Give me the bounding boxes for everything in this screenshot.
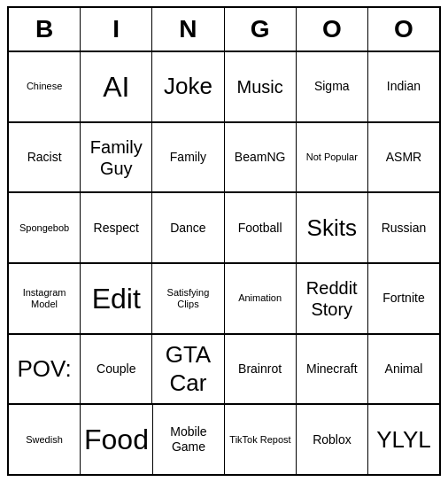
bingo-cell-3-0: Instagram Model — [9, 264, 81, 333]
bingo-cell-1-5: ASMR — [368, 123, 439, 192]
bingo-grid: ChineseAIJokeMusicSigmaIndianRacistFamil… — [9, 51, 439, 474]
header-letter-O: O — [297, 8, 368, 51]
bingo-row-3: Instagram ModelEditSatisfying ClipsAnima… — [9, 262, 439, 333]
bingo-cell-0-0: Chinese — [9, 52, 81, 121]
bingo-cell-3-1: Edit — [81, 264, 152, 333]
bingo-cell-4-1: Couple — [81, 335, 152, 404]
bingo-row-5: SwedishFoodMobile GameTikTok RepostRoblo… — [9, 403, 439, 474]
bingo-cell-4-4: Minecraft — [297, 335, 368, 404]
bingo-cell-2-0: Spongebob — [9, 193, 81, 262]
bingo-cell-2-1: Respect — [81, 193, 152, 262]
bingo-row-0: ChineseAIJokeMusicSigmaIndian — [9, 51, 439, 121]
bingo-row-2: SpongebobRespectDanceFootballSkitsRussia… — [9, 191, 439, 262]
bingo-cell-0-1: AI — [81, 52, 152, 121]
bingo-cell-5-3: TikTok Repost — [225, 405, 297, 474]
bingo-cell-5-2: Mobile Game — [153, 405, 225, 474]
bingo-cell-3-4: Reddit Story — [297, 264, 368, 333]
bingo-cell-3-3: Animation — [225, 264, 297, 333]
bingo-row-4: POV:CoupleGTA CarBrainrotMinecraftAnimal — [9, 333, 439, 404]
bingo-cell-0-3: Music — [225, 52, 297, 121]
bingo-cell-4-3: Brainrot — [225, 335, 297, 404]
bingo-cell-1-1: Family Guy — [81, 123, 152, 192]
bingo-cell-1-2: Family — [152, 123, 224, 192]
header-letter-N: N — [152, 8, 224, 51]
bingo-row-1: RacistFamily GuyFamilyBeamNGNot PopularA… — [9, 121, 439, 192]
bingo-cell-1-0: Racist — [9, 123, 81, 192]
bingo-cell-0-5: Indian — [368, 52, 439, 121]
bingo-cell-1-3: BeamNG — [225, 123, 297, 192]
bingo-cell-0-2: Joke — [152, 52, 224, 121]
bingo-cell-1-4: Not Popular — [297, 123, 368, 192]
bingo-cell-5-4: Roblox — [297, 405, 368, 474]
header-letter-B: B — [9, 8, 81, 51]
header-letter-I: I — [81, 8, 152, 51]
bingo-cell-5-1: Food — [81, 405, 153, 474]
bingo-card: BINGOO ChineseAIJokeMusicSigmaIndianRaci… — [7, 6, 441, 476]
bingo-cell-3-2: Satisfying Clips — [152, 264, 224, 333]
header-letter-G: G — [225, 8, 297, 51]
bingo-cell-5-5: YLYL — [368, 405, 439, 474]
bingo-cell-4-2: GTA Car — [152, 335, 224, 404]
bingo-cell-4-0: POV: — [9, 335, 81, 404]
bingo-cell-5-0: Swedish — [9, 405, 81, 474]
bingo-cell-3-5: Fortnite — [368, 264, 439, 333]
bingo-cell-2-3: Football — [225, 193, 297, 262]
bingo-cell-4-5: Animal — [368, 335, 439, 404]
header-row: BINGOO — [9, 8, 439, 51]
header-letter-O: O — [368, 8, 439, 51]
bingo-cell-2-2: Dance — [152, 193, 224, 262]
bingo-cell-2-5: Russian — [368, 193, 439, 262]
bingo-cell-2-4: Skits — [297, 193, 368, 262]
bingo-cell-0-4: Sigma — [297, 52, 368, 121]
